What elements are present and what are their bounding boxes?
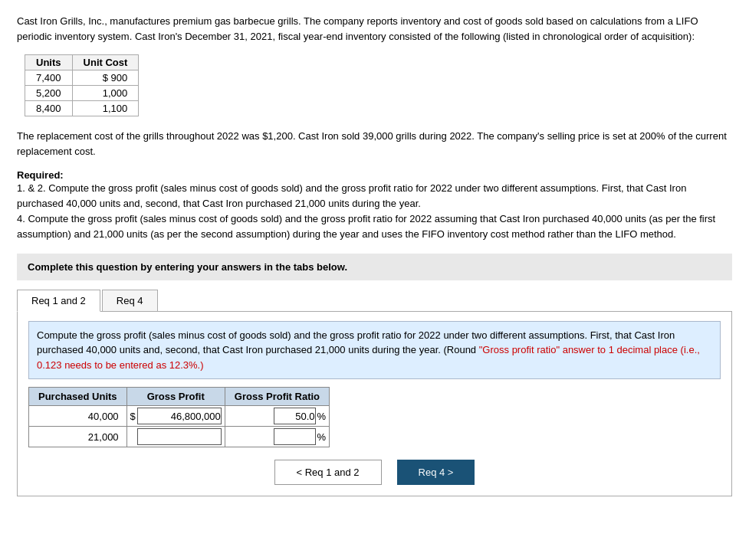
gross-profit-input[interactable] [137, 408, 222, 424]
inventory-row: 7,400$ 900 [25, 70, 139, 86]
table-row: 40,000$ % [29, 406, 330, 427]
col-gross-profit-header: Gross Profit [126, 388, 225, 406]
tabs-row: Req 1 and 2 Req 4 [17, 290, 732, 312]
instruction-box: Compute the gross profit (sales minus co… [28, 321, 721, 380]
col-units-header: Units [25, 55, 73, 70]
replacement-text: The replacement cost of the grills throu… [17, 129, 732, 159]
intro-text: Cast Iron Grills, Inc., manufactures pre… [17, 14, 732, 44]
inventory-table: Units Unit Cost 7,400$ 9005,2001,0008,40… [25, 54, 139, 116]
percent-symbol: % [317, 411, 327, 422]
required-section: Required: 1. & 2. Compute the gross prof… [17, 169, 732, 243]
inventory-units-cell: 8,400 [25, 101, 73, 116]
col-purchased-units-header: Purchased Units [29, 388, 127, 406]
gross-profit-ratio-cell[interactable]: % [225, 427, 329, 447]
inventory-row: 8,4001,100 [25, 101, 139, 116]
gross-profit-ratio-input[interactable] [274, 408, 316, 424]
inventory-cost-cell: $ 900 [72, 70, 139, 86]
table-row: 21,000 % [29, 427, 330, 447]
back-button[interactable]: < Req 1 and 2 [274, 460, 382, 485]
col-gross-profit-ratio-header: Gross Profit Ratio [225, 388, 329, 406]
gross-profit-input[interactable] [137, 428, 222, 445]
gross-profit-ratio-input[interactable] [274, 428, 316, 445]
gross-profit-ratio-cell[interactable]: % [225, 406, 329, 427]
tab-req-1-2[interactable]: Req 1 and 2 [17, 290, 100, 312]
purchased-units-cell: 21,000 [29, 427, 127, 447]
gross-profit-cell[interactable] [126, 427, 225, 447]
required-item-4: 4. Compute the gross profit (sales minus… [17, 211, 732, 242]
inventory-cost-cell: 1,100 [72, 101, 139, 116]
inventory-row: 5,2001,000 [25, 86, 139, 101]
col-cost-header: Unit Cost [72, 55, 139, 70]
gross-profit-cell[interactable]: $ [126, 406, 225, 427]
complete-box: Complete this question by entering your … [17, 254, 732, 280]
tab-req-4[interactable]: Req 4 [102, 290, 158, 311]
required-item-1: 1. & 2. Compute the gross profit (sales … [17, 181, 732, 211]
complete-box-text: Complete this question by entering your … [28, 261, 347, 273]
inventory-units-cell: 7,400 [25, 70, 73, 86]
inventory-cost-cell: 1,000 [72, 86, 139, 101]
dollar-prefix: $ [130, 411, 136, 422]
tab-content: Compute the gross profit (sales minus co… [17, 312, 732, 497]
percent-symbol: % [317, 431, 327, 443]
forward-button[interactable]: Req 4 > [397, 460, 475, 485]
nav-buttons: < Req 1 and 2 Req 4 > [28, 460, 721, 485]
data-table: Purchased Units Gross Profit Gross Profi… [28, 387, 330, 447]
inventory-units-cell: 5,200 [25, 86, 73, 101]
required-title: Required: [17, 169, 64, 181]
purchased-units-cell: 40,000 [29, 406, 127, 427]
